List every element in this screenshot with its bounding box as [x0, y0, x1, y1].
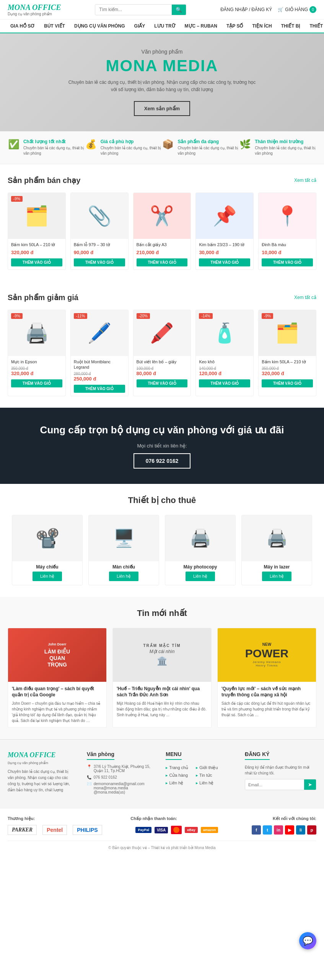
footer-email-input[interactable] [245, 779, 304, 790]
rental-grid: 📽️ Máy chiếu Liên hệ 🖥️ Màn chiếu Liên h… [8, 515, 316, 585]
nav-item-thietbichothue[interactable]: THIẾT BỊ CHO THUÊ [305, 20, 324, 33]
footer-email-submit[interactable]: ➤ [304, 779, 316, 790]
footer-signup-desc: Đăng ký để nhận được thường tin mới nhất… [245, 764, 316, 776]
price-icon: 💰 [85, 139, 97, 150]
social-pinterest[interactable]: p [307, 825, 316, 835]
add-to-cart-1[interactable]: THÊM VÀO GIỎ [74, 258, 125, 266]
footer-main: MONA OFFICE Dụng cụ văn phòng phẩm Chuyê… [0, 739, 324, 808]
social-linkedin[interactable]: li [296, 825, 305, 835]
discount-name-0: Mực in Epson [11, 359, 62, 364]
cart-area[interactable]: 🛒 GIỎ HÀNG 0 [278, 6, 316, 13]
add-to-cart-2[interactable]: THÊM VÀO GIỎ [137, 258, 188, 266]
discount-cart-2[interactable]: THÊM VÀO GIỎ [137, 379, 188, 387]
footer-menu-item-4[interactable]: Tin tức [196, 772, 218, 778]
footer-menu-title: MENU [166, 751, 181, 760]
rental-btn-2[interactable]: Liên hệ [186, 572, 215, 581]
nav-item-muc[interactable]: MỰC – RUBAN [180, 20, 222, 33]
brand-logos: PARKER Pentel PHILIPS [8, 825, 102, 835]
footer-address: 📍 37/6 Lý Thường Kiệt, Phường 15, Quận 1… [87, 764, 155, 773]
discount-icon-1: 🖊️ [88, 322, 111, 344]
logo-text: MONA OFFICE [8, 3, 61, 12]
nav-item-luutru[interactable]: LƯU TRỮ [150, 20, 180, 33]
promo-section: Cung cấp trọn bộ dụng cụ văn phòng với g… [0, 408, 324, 483]
promo-content: Cung cấp trọn bộ dụng cụ văn phòng với g… [40, 423, 284, 468]
product-icon-0: 🗂️ [25, 205, 49, 227]
search-input[interactable] [95, 5, 172, 15]
nav-item-dungcu[interactable]: DỤNG CỤ VĂN PHÒNG [70, 20, 130, 33]
news-excerpt-1: Một Hoàng cố đô Huế hiện lên ký nhìn cho… [117, 701, 207, 718]
login-link[interactable]: ĐĂNG NHẬP / ĐĂNG KÝ [220, 7, 272, 12]
nav-item-but[interactable]: BÚT VIẾT [39, 20, 70, 33]
discount-cart-3[interactable]: THÊM VÀO GIỎ [199, 379, 250, 387]
news-headline-0: 'Làm điều quan trọng' – sách bí quyết qu… [12, 686, 103, 699]
discount-title: Sản phẩm giảm giá [8, 293, 78, 302]
discount-cart-4[interactable]: THÊM VÀO GIỎ [262, 379, 313, 387]
discount-cart-1[interactable]: THÊM VÀO GIỎ [74, 385, 125, 393]
hero-section: Văn phòng phẩm MONA MEDIA Chuyên bán lẻ … [0, 33, 324, 131]
feature-variety: 📦 Sản phẩm đa dạng Chuyên bán lẻ các dụn… [162, 139, 239, 156]
discount-price-2: 80,000 đ [137, 371, 188, 376]
product-name-2: Bấn cắt giấy A3 [137, 242, 188, 247]
product-card-0: -9% 🗂️ Bấm kim 50LA – 210 tờ 320,000 đ T… [8, 193, 66, 270]
news-card-2[interactable]: NEW POWER Jeremy HeimansHenry Timms 'Quy… [217, 628, 316, 728]
footer-menu-item-3[interactable]: Giới thiệu [196, 764, 218, 770]
discount-card-2: -20% 🖍️ Bút viết lên bố – giấy 100,000 đ… [133, 310, 191, 397]
rental-btn-0[interactable]: Liên hệ [33, 572, 62, 581]
footer-contact-title: Văn phòng [87, 751, 114, 760]
add-to-cart-0[interactable]: THÊM VÀO GIỎ [11, 258, 62, 266]
payment-mastercard [171, 826, 182, 834]
footer-menu-item-2[interactable]: Liên hệ [166, 780, 188, 786]
footer-menu-item-5[interactable]: Liên hệ [196, 780, 218, 786]
discount-card-1: -11% 🖊️ Ruột bút Montblanc Legrand 280,0… [70, 310, 129, 397]
discount-price-0: 320,000 đ [11, 371, 62, 376]
nav-item-tapso[interactable]: TẬP SỐ [222, 20, 247, 33]
main-nav: GIA HỒ SƠ BÚT VIẾT DỤNG CỤ VĂN PHÒNG GIẤ… [0, 20, 324, 33]
brand-parker: PARKER [8, 825, 37, 835]
add-to-cart-3[interactable]: THÊM VÀO GIỎ [199, 258, 250, 266]
social-links: f t in ▶ li p [252, 825, 316, 835]
nav-item-hoso[interactable]: GIA HỒ SƠ [6, 20, 39, 33]
discount-badge-1: -11% [74, 313, 87, 319]
social-youtube[interactable]: ▶ [285, 825, 294, 835]
product-name-1: Bấm lỗ 979 – 30 tờ [74, 242, 125, 247]
add-to-cart-4[interactable]: THÊM VÀO GIỎ [262, 258, 313, 266]
rental-name-0: Máy chiếu [12, 561, 82, 572]
brands-label: Thương hiệu: [8, 816, 35, 821]
nav-item-thietbi[interactable]: THIẾT BỊ [277, 20, 305, 33]
rental-btn-1[interactable]: Liên hệ [109, 572, 138, 581]
social-instagram[interactable]: in [274, 825, 283, 835]
feature-variety-desc: Chuyên bán lẻ các dụng cụ, thiết bị văn … [177, 145, 239, 156]
phone-icon: 📞 [87, 775, 91, 779]
discount-section: Sản phẩm giảm giá Xem tất cả -9% 🖨️ Mực … [0, 281, 324, 408]
quality-icon: ✅ [8, 139, 20, 150]
rental-section: Thiết bị cho thuê 📽️ Máy chiếu Liên hệ 🖥… [0, 484, 324, 597]
social-twitter[interactable]: t [263, 825, 272, 835]
promo-phone-btn[interactable]: 076 922 0162 [134, 453, 191, 469]
product-card-1: 📎 Bấm lỗ 979 – 30 tờ 90,000 đ THÊM VÀO G… [70, 193, 129, 270]
rental-card-3: 🖨️ Máy in lazer Liên hệ [241, 515, 312, 585]
feature-variety-title: Sản phẩm đa dạng [177, 139, 239, 144]
discount-name-1: Ruột bút Montblanc Legrand [74, 359, 125, 370]
cart-label: GIỎ HÀNG [285, 7, 308, 12]
promo-subtitle: Mọi chi tiết xin liên hệ: [40, 443, 284, 449]
bestseller-link[interactable]: Xem tất cả [294, 178, 316, 183]
rental-card-1: 🖥️ Màn chiếu Liên hệ [88, 515, 159, 585]
nav-item-tienich[interactable]: TIỆN ÍCH [247, 20, 276, 33]
footer-email: ✉️ demomonamedia@gmail.com mona@mona.med… [87, 782, 155, 794]
discount-card-0: -9% 🖨️ Mực in Epson 350,000 đ 320,000 đ … [8, 310, 66, 397]
hero-cta-button[interactable]: Xem sản phẩm [134, 101, 190, 116]
rental-btn-3[interactable]: Liên hệ [262, 572, 291, 581]
social-label: Kết nối với chúng tôi: [273, 816, 316, 821]
social-facebook[interactable]: f [252, 825, 261, 835]
footer-menu-item-0[interactable]: Trang chủ [166, 764, 188, 770]
discount-cart-0[interactable]: THÊM VÀO GIỎ [11, 379, 62, 387]
discount-link[interactable]: Xem tất cả [294, 295, 316, 300]
search-button[interactable]: 🔍 [172, 5, 186, 15]
footer-register-title: ĐĂNG KÝ [245, 751, 270, 760]
news-card-1[interactable]: TRẦM MẶC TÍM Một cái nhìn 🏛️ 'Huế – Triề… [112, 628, 212, 728]
feature-quality-title: Chất lượng tốt nhất [23, 139, 85, 144]
product-name-3: Kim bấm 23/23 – 190 tờ [199, 242, 250, 247]
news-card-0[interactable]: John Doerr LÀM ĐIỀUQUANTRỌNG 'Làm điều q… [8, 628, 107, 728]
nav-item-giay[interactable]: GIẤY [130, 20, 150, 33]
footer-menu-item-1[interactable]: Cửa hàng [166, 772, 188, 778]
